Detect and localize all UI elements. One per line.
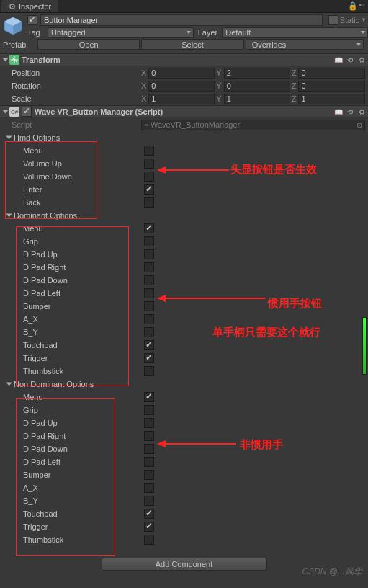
inspector-tab[interactable]: Inspector (1, 0, 58, 12)
prefab-overrides-dropdown[interactable]: Overrides (246, 39, 364, 50)
dominant-option-checkbox[interactable] (144, 314, 154, 324)
dominant-option-checkbox[interactable] (144, 249, 154, 259)
nondominant-option-row: D Pad Down (0, 442, 368, 455)
dominant-option-checkbox[interactable] (144, 275, 154, 285)
nondominant-option-label: D Pad Left (23, 458, 144, 466)
dominant-option-row: D Pad Left (0, 287, 368, 300)
dominant-option-row: B_Y (0, 326, 368, 339)
static-label: Static (340, 16, 360, 24)
script-header[interactable]: C# Wave VR_Button Manager (Script) 📖 ⟲ ⚙ (0, 105, 368, 118)
tag-dropdown[interactable]: Untagged (48, 27, 194, 38)
foldout-icon (3, 58, 9, 62)
foldout-icon (6, 136, 12, 140)
dominant-option-label: Bumper (23, 302, 144, 311)
hmd-option-row: Enter (0, 183, 368, 196)
nondominant-option-label: Touchpad (23, 509, 144, 518)
nondominant-option-checkbox[interactable] (144, 522, 154, 532)
reset-icon[interactable]: ⟲ (345, 107, 355, 117)
nondominant-option-checkbox[interactable] (144, 418, 154, 428)
nondominant-option-label: Menu (23, 393, 144, 401)
nondominant-option-checkbox[interactable] (144, 509, 154, 519)
prefab-open-button[interactable]: Open (37, 39, 140, 50)
position-z-input[interactable] (298, 68, 365, 79)
nondominant-option-label: Grip (23, 406, 144, 414)
watermark: CSDN @...风华 (302, 566, 362, 578)
rotation-x-input[interactable] (148, 81, 215, 92)
rotation-z-input[interactable] (298, 81, 365, 92)
nondominant-option-row: D Pad Right (0, 429, 368, 442)
scale-label: Scale (12, 94, 141, 103)
dominant-option-checkbox[interactable] (144, 340, 154, 350)
dominant-option-checkbox[interactable] (144, 223, 154, 233)
nondominant-option-row: Touchpad (0, 507, 368, 520)
nondominant-option-checkbox[interactable] (144, 483, 154, 493)
dominant-option-label: D Pad Right (23, 263, 144, 272)
help-icon[interactable]: 📖 (333, 107, 344, 117)
dominant-option-checkbox[interactable] (144, 353, 154, 363)
gameobject-enabled-checkbox[interactable] (27, 15, 37, 25)
dominant-option-row: D Pad Up (0, 248, 368, 261)
static-dropdown-icon[interactable]: ▼ (361, 17, 367, 23)
dominant-option-label: D Pad Up (23, 250, 144, 259)
hmd-option-checkbox[interactable] (144, 159, 154, 169)
hmd-option-checkbox[interactable] (144, 184, 154, 195)
position-label: Position (12, 68, 141, 77)
position-row: Position X Y Z (0, 66, 368, 79)
nondominant-option-row: B_Y (0, 494, 368, 507)
nondominant-option-checkbox[interactable] (144, 431, 154, 441)
hmd-option-checkbox[interactable] (144, 197, 154, 208)
static-checkbox[interactable] (328, 15, 338, 25)
hmd-option-row: Menu (0, 144, 368, 157)
nondominant-option-checkbox[interactable] (144, 496, 154, 506)
help-icon[interactable]: 📖 (333, 55, 344, 65)
dominant-option-row: Thumbstick (0, 365, 368, 378)
gameobject-name-input[interactable] (40, 14, 323, 26)
dominant-option-row: Trigger (0, 352, 368, 365)
nondominant-option-label: A_X (23, 484, 144, 492)
nondominant-option-checkbox[interactable] (144, 535, 154, 545)
scale-y-input[interactable] (224, 94, 290, 104)
layer-label: Layer (198, 28, 218, 37)
rotation-y-input[interactable] (224, 81, 290, 92)
menu-icon[interactable]: ▪≡ (359, 1, 365, 11)
gear-icon[interactable]: ⚙ (356, 107, 367, 117)
script-enabled-checkbox[interactable] (22, 107, 32, 117)
transform-header[interactable]: Transform 📖 ⟲ ⚙ (0, 53, 368, 66)
scale-z-input[interactable] (298, 94, 365, 104)
layer-dropdown[interactable]: Default (222, 27, 368, 38)
dominant-option-checkbox[interactable] (144, 301, 154, 311)
dominant-option-checkbox[interactable] (144, 327, 154, 337)
dominant-option-label: B_Y (23, 328, 144, 337)
tab-controls: 🔒 ▪≡ (348, 1, 365, 11)
nondominant-option-checkbox[interactable] (144, 444, 154, 454)
hmd-option-checkbox[interactable] (144, 146, 154, 156)
nondominant-option-checkbox[interactable] (144, 392, 154, 402)
dominant-option-checkbox[interactable] (144, 262, 154, 272)
nondominant-option-label: D Pad Down (23, 445, 144, 453)
scale-x-input[interactable] (148, 94, 215, 104)
gear-icon[interactable]: ⚙ (356, 55, 367, 65)
nondominant-option-checkbox[interactable] (144, 457, 154, 467)
lock-icon[interactable]: 🔒 (348, 1, 358, 11)
reset-icon[interactable]: ⟲ (345, 55, 355, 65)
position-y-input[interactable] (224, 68, 290, 79)
nondominant-section-header[interactable]: Non Dominant Options (0, 378, 368, 391)
gameobject-icon[interactable] (1, 14, 24, 37)
dominant-option-checkbox[interactable] (144, 366, 154, 376)
dominant-section-header[interactable]: Dominant Options (0, 209, 368, 222)
prefab-select-button[interactable]: Select (141, 39, 243, 50)
dominant-option-checkbox[interactable] (144, 236, 154, 246)
dominant-section-title: Dominant Options (14, 211, 77, 220)
nondominant-option-checkbox[interactable] (144, 470, 154, 480)
dominant-option-row: D Pad Down (0, 274, 368, 287)
hmd-option-checkbox[interactable] (144, 172, 154, 182)
position-x-input[interactable] (148, 68, 215, 79)
gameobject-header: Static ▼ Tag Untagged Layer Default Pref… (0, 13, 368, 53)
nondominant-option-row: D Pad Up (0, 416, 368, 429)
dominant-option-label: D Pad Left (23, 289, 144, 298)
add-component-button[interactable]: Add Component (102, 558, 267, 571)
hmd-section-header[interactable]: Hmd Options (0, 131, 368, 144)
nondominant-option-checkbox[interactable] (144, 405, 154, 415)
dominant-option-checkbox[interactable] (144, 288, 154, 298)
dominant-option-row: D Pad Right (0, 261, 368, 274)
